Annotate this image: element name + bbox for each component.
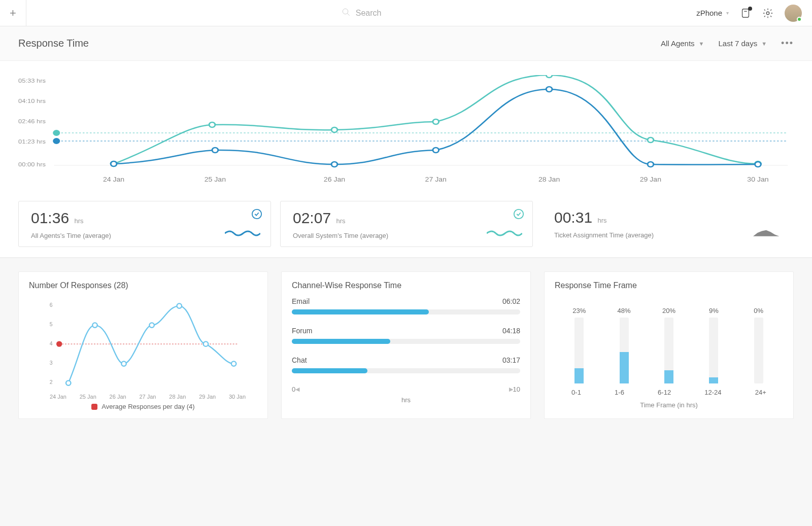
channel-row: Chat 03:17 <box>292 356 520 373</box>
svg-point-28 <box>755 162 761 167</box>
bar-col: 9% <box>698 307 729 383</box>
svg-point-18 <box>433 119 439 124</box>
filter-agents[interactable]: All Agents ▼ <box>661 39 704 48</box>
svg-rect-2 <box>742 9 749 17</box>
svg-point-19 <box>546 75 552 78</box>
svg-text:00:00 hrs: 00:00 hrs <box>18 161 46 168</box>
user-avatar[interactable] <box>785 5 802 22</box>
page-header: Response Time All Agents ▼ Last 7 days ▼… <box>0 26 812 61</box>
bar-col: 23% <box>564 307 594 383</box>
svg-text:01:23 hrs: 01:23 hrs <box>18 138 46 145</box>
bar-col: 20% <box>654 307 684 383</box>
response-time-chart: 05:33 hrs 04:10 hrs 02:46 hrs 01:23 hrs … <box>18 75 794 192</box>
sparkline-icon <box>487 227 522 237</box>
topbar: + Search zPhone ▾ <box>0 0 812 26</box>
svg-point-37 <box>514 209 523 219</box>
global-search[interactable]: Search <box>26 8 696 19</box>
check-circle-icon <box>513 208 524 220</box>
stat-card-assignment-time[interactable]: 00:31 hrs Ticket Assignment Time (averag… <box>542 201 794 247</box>
legend: Average Responses per day (4) <box>29 403 257 410</box>
svg-point-44 <box>56 341 62 346</box>
channel-row: Email 06:02 <box>292 297 520 314</box>
stat-value: 00:31 <box>554 209 592 226</box>
svg-point-45 <box>66 380 71 385</box>
svg-point-0 <box>343 9 348 14</box>
responses-line-chart: 6 5 4 3 2 <box>29 297 257 394</box>
svg-line-1 <box>347 13 350 16</box>
svg-point-20 <box>648 137 654 143</box>
svg-text:6: 6 <box>50 302 53 308</box>
arrow-right-icon: ▶ <box>509 386 513 393</box>
svg-point-24 <box>331 162 337 167</box>
svg-point-13 <box>53 138 60 144</box>
stat-card-agent-time[interactable]: 01:36 hrs All Agents's Time (average) <box>18 201 271 247</box>
svg-point-26 <box>546 87 552 92</box>
notifications-button[interactable] <box>740 8 751 19</box>
presence-indicator-icon <box>797 17 802 22</box>
svg-point-4 <box>766 12 769 15</box>
svg-text:04:10 hrs: 04:10 hrs <box>18 98 46 104</box>
svg-point-25 <box>433 148 439 153</box>
stats-row: 01:36 hrs All Agents's Time (average) 02… <box>18 201 794 247</box>
channel-row: Forum 04:18 <box>292 327 520 344</box>
svg-point-46 <box>92 323 97 328</box>
new-button[interactable]: + <box>0 0 26 26</box>
svg-text:02:46 hrs: 02:46 hrs <box>18 118 46 125</box>
timeframe-bar-chart: 23% 48% 20% 9% 0% <box>555 297 783 383</box>
svg-text:24 Jan: 24 Jan <box>103 176 124 183</box>
panel-title: Number Of Responses (28) <box>29 281 257 290</box>
svg-text:3: 3 <box>50 360 53 366</box>
notification-dot-icon <box>748 7 752 11</box>
panel-title: Response Time Frame <box>555 281 783 290</box>
svg-text:29 Jan: 29 Jan <box>640 176 661 183</box>
panel-title: Channel-Wise Response Time <box>292 281 520 290</box>
legend-dot-icon <box>91 404 97 410</box>
svg-text:25 Jan: 25 Jan <box>205 176 226 183</box>
svg-text:4: 4 <box>50 341 53 346</box>
svg-text:26 Jan: 26 Jan <box>324 176 345 183</box>
search-placeholder: Search <box>356 9 382 18</box>
arrow-left-icon: ◀ <box>295 386 299 393</box>
bar-col: 0% <box>743 307 774 383</box>
panel-response-time-frame: Response Time Frame 23% 48% 20% 9% 0% <box>544 271 794 419</box>
stat-value: 01:36 <box>31 209 69 226</box>
check-circle-icon <box>251 208 262 220</box>
svg-text:27 Jan: 27 Jan <box>425 176 447 183</box>
svg-point-27 <box>648 162 654 167</box>
panel-number-of-responses: Number Of Responses (28) 6 5 4 3 2 <box>18 271 268 419</box>
svg-text:05:33 hrs: 05:33 hrs <box>18 78 46 84</box>
page-title: Response Time <box>18 38 647 49</box>
svg-point-14 <box>53 130 60 136</box>
filter-range[interactable]: Last 7 days ▼ <box>718 39 767 48</box>
svg-text:28 Jan: 28 Jan <box>538 176 560 183</box>
bottom-panels: Number Of Responses (28) 6 5 4 3 2 <box>0 258 812 439</box>
svg-point-17 <box>331 127 337 132</box>
stat-value: 02:07 <box>293 209 331 226</box>
range-slider[interactable]: 0 ◀ ▶ 10 <box>292 385 520 393</box>
more-menu-button[interactable]: ••• <box>781 38 794 49</box>
svg-point-16 <box>209 122 215 127</box>
settings-button[interactable] <box>762 8 773 19</box>
svg-point-47 <box>121 361 126 366</box>
chevron-down-icon: ▾ <box>726 10 729 16</box>
app-switcher[interactable]: zPhone ▾ <box>696 9 729 17</box>
stat-card-system-time[interactable]: 02:07 hrs Overall System's Time (average… <box>280 201 533 247</box>
svg-point-51 <box>231 361 236 366</box>
svg-point-36 <box>252 209 261 219</box>
svg-point-50 <box>204 341 209 346</box>
search-icon <box>342 8 351 19</box>
bar-col: 48% <box>609 307 639 383</box>
stat-label: Ticket Assignment Time (average) <box>554 231 784 239</box>
sparkline-icon <box>225 227 260 237</box>
panel-channel-response-time: Channel-Wise Response Time Email 06:02 F… <box>281 271 531 419</box>
svg-text:2: 2 <box>50 379 53 385</box>
area-spark-icon <box>753 228 784 238</box>
caret-down-icon: ▼ <box>761 41 767 47</box>
svg-text:5: 5 <box>50 322 53 327</box>
svg-point-49 <box>177 303 182 308</box>
svg-point-22 <box>111 161 117 166</box>
caret-down-icon: ▼ <box>699 41 704 47</box>
app-name: zPhone <box>696 9 722 17</box>
svg-text:30 Jan: 30 Jan <box>747 176 768 183</box>
svg-point-23 <box>212 148 218 153</box>
